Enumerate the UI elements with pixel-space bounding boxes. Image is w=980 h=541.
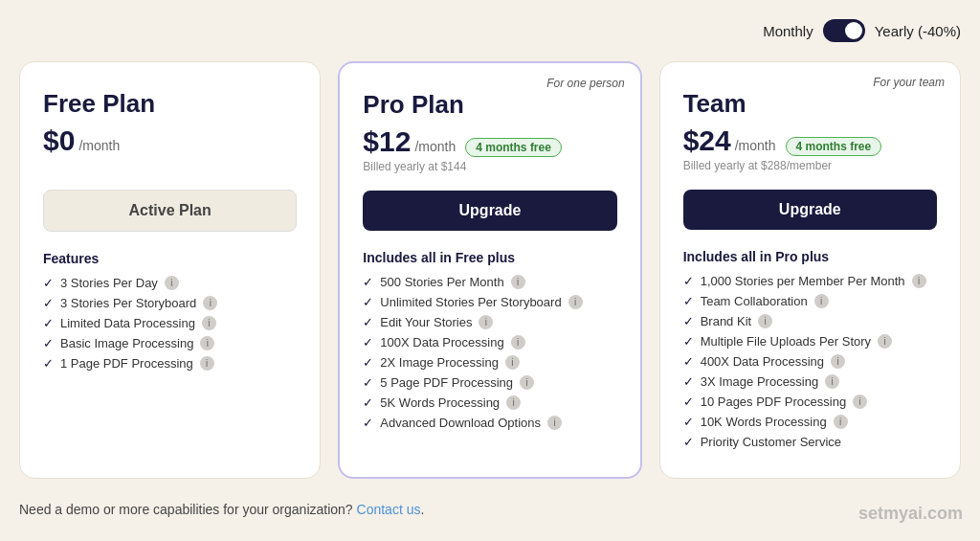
info-icon[interactable]: i: [520, 375, 534, 390]
info-icon[interactable]: i: [758, 314, 772, 328]
feature-item: ✓ 100X Data Processing i: [363, 335, 616, 349]
check-icon: ✓: [683, 314, 694, 328]
feature-item: ✓ Basic Image Processing i: [43, 336, 297, 350]
info-icon[interactable]: i: [200, 336, 214, 350]
billed-text-team: Billed yearly at $288/member: [683, 159, 937, 172]
feature-item: ✓ 3X Image Processing i: [683, 374, 937, 389]
check-icon: ✓: [363, 315, 373, 329]
feature-item: ✓ 400X Data Processing i: [683, 354, 937, 369]
check-icon: ✓: [363, 416, 373, 430]
check-icon: ✓: [363, 375, 373, 390]
feature-text: 3 Stories Per Storyboard: [60, 296, 196, 310]
info-icon[interactable]: i: [853, 394, 867, 409]
feature-text: 10 Pages PDF Processing: [701, 394, 846, 409]
info-icon[interactable]: i: [505, 355, 520, 370]
info-icon[interactable]: i: [878, 334, 892, 349]
check-icon: ✓: [43, 336, 54, 350]
price-amount-free: $0: [43, 124, 75, 157]
feature-text: 3 Stories Per Day: [60, 276, 158, 290]
price-row-pro: $12 /month 4 months free: [363, 125, 616, 158]
free-months-badge-pro: 4 months free: [465, 138, 562, 157]
free-months-badge-team: 4 months free: [786, 137, 882, 156]
feature-text: 1,000 Stories per Member Per Month: [701, 274, 905, 288]
feature-item: ✓ 1,000 Stories per Member Per Month i: [683, 274, 937, 288]
feature-item: ✓ Advanced Download Options i: [363, 416, 616, 430]
info-icon[interactable]: i: [200, 356, 214, 371]
check-icon: ✓: [683, 374, 694, 389]
plan-card-team: For your team Team $24 /month 4 months f…: [659, 61, 961, 479]
check-icon: ✓: [43, 356, 54, 371]
info-icon[interactable]: i: [203, 296, 217, 310]
feature-text: 3X Image Processing: [701, 374, 819, 389]
price-amount-pro: $12: [363, 125, 411, 158]
check-icon: ✓: [43, 296, 54, 310]
feature-item: ✓ 10K Words Processing i: [683, 415, 937, 429]
check-icon: ✓: [683, 435, 694, 449]
feature-text: Unlimited Stories Per Storyboard: [380, 295, 561, 309]
plan-button-free[interactable]: Active Plan: [43, 190, 297, 232]
feature-item: ✓ 3 Stories Per Day i: [43, 276, 297, 290]
check-icon: ✓: [363, 335, 373, 349]
feature-item: ✓ Edit Your Stories i: [363, 315, 616, 329]
price-row-free: $0 /month: [43, 124, 297, 157]
feature-item: ✓ 5K Words Processing i: [363, 395, 616, 410]
info-icon[interactable]: i: [814, 294, 829, 308]
feature-item: ✓ 2X Image Processing i: [363, 355, 616, 370]
plan-title-free: Free Plan: [43, 89, 297, 119]
info-icon[interactable]: i: [547, 416, 562, 430]
plan-card-pro: For one person Pro Plan $12 /month 4 mon…: [338, 61, 641, 479]
info-icon[interactable]: i: [479, 315, 493, 329]
plan-title-pro: Pro Plan: [363, 90, 616, 120]
feature-item: ✓ 3 Stories Per Storyboard i: [43, 296, 297, 310]
feature-text: Advanced Download Options: [380, 416, 541, 430]
check-icon: ✓: [43, 316, 54, 330]
feature-text: 10K Words Processing: [701, 415, 827, 429]
check-icon: ✓: [683, 415, 694, 429]
billed-text-pro: Billed yearly at $144: [363, 160, 616, 173]
info-icon[interactable]: i: [506, 395, 521, 410]
info-icon[interactable]: i: [568, 295, 583, 309]
feature-text: Edit Your Stories: [380, 315, 472, 329]
plan-badge-team: For your team: [873, 76, 945, 89]
check-icon: ✓: [43, 276, 54, 290]
feature-item: ✓ Priority Customer Service: [683, 435, 937, 449]
price-period-team: /month: [735, 138, 776, 153]
price-period-pro: /month: [414, 139, 456, 154]
plan-button-pro[interactable]: Upgrade: [363, 191, 616, 231]
feature-text: 400X Data Processing: [701, 354, 824, 369]
plan-badge-pro: For one person: [546, 77, 624, 90]
feature-item: ✓ Multiple File Uploads Per Story i: [683, 334, 937, 349]
check-icon: ✓: [363, 395, 373, 410]
features-heading-team: Includes all in Pro plus: [683, 249, 937, 264]
check-icon: ✓: [363, 295, 373, 309]
footer-main-text: Need a demo or more capabilities for you…: [19, 502, 353, 517]
billing-toggle[interactable]: [823, 19, 865, 42]
plan-card-free: Free Plan $0 /month placeholder Active P…: [19, 61, 321, 479]
info-icon[interactable]: i: [831, 354, 845, 369]
feature-text: Team Collaboration: [701, 294, 808, 308]
watermark: setmyai.com: [858, 504, 963, 524]
info-icon[interactable]: i: [165, 276, 179, 290]
info-icon[interactable]: i: [834, 415, 848, 429]
contact-link[interactable]: Contact us: [357, 502, 421, 517]
feature-text: Limited Data Processing: [60, 316, 195, 330]
check-icon: ✓: [363, 275, 373, 289]
info-icon[interactable]: i: [511, 335, 525, 349]
monthly-label: Monthly: [763, 23, 813, 39]
info-icon[interactable]: i: [912, 274, 926, 288]
feature-text: Basic Image Processing: [60, 336, 193, 350]
yearly-label: Yearly (-40%): [875, 23, 961, 39]
features-list-pro: ✓ 500 Stories Per Month i ✓ Unlimited St…: [363, 275, 616, 430]
check-icon: ✓: [683, 354, 694, 369]
check-icon: ✓: [683, 394, 694, 409]
info-icon[interactable]: i: [202, 316, 216, 330]
feature-item: ✓ Brand Kit i: [683, 314, 937, 328]
check-icon: ✓: [683, 294, 694, 308]
feature-item: ✓ 1 Page PDF Processing i: [43, 356, 297, 371]
plan-button-team[interactable]: Upgrade: [683, 190, 937, 230]
plans-container: Free Plan $0 /month placeholder Active P…: [19, 61, 961, 479]
info-icon[interactable]: i: [511, 275, 525, 289]
footer-text: Need a demo or more capabilities for you…: [19, 502, 961, 517]
info-icon[interactable]: i: [825, 374, 839, 389]
feature-text: Brand Kit: [701, 314, 751, 328]
